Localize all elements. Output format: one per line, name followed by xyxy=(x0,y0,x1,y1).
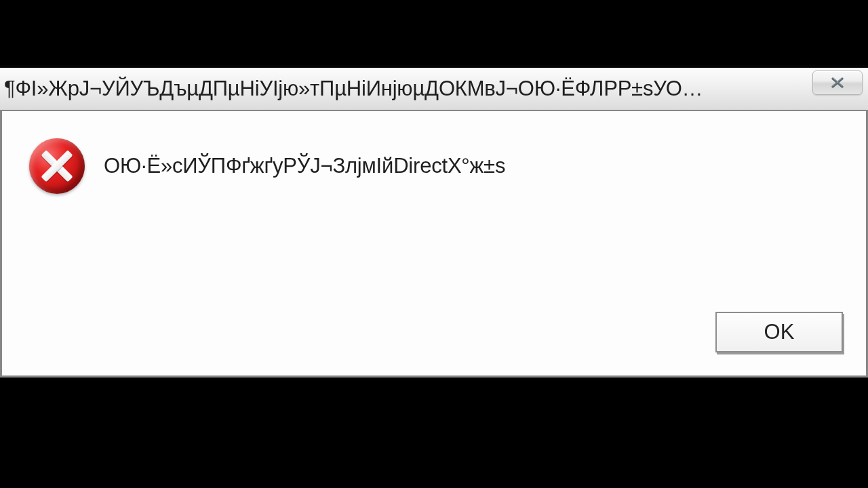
close-button[interactable] xyxy=(812,70,863,95)
dialog-client-area: ОЮ·Ё»сИЎПФґжґуРЎЈ¬ЗлјмІйDirectX°ж±s OK xyxy=(0,110,868,378)
dialog-title-text: ¶ФІ»ЖрЈ¬УЙУЪДъµДПµНіУІјю»тПµНіИнјюµДОКМв… xyxy=(4,77,868,101)
error-message-text: ОЮ·Ё»сИЎПФґжґуРЎЈ¬ЗлјмІйDirectX°ж±s xyxy=(104,154,505,178)
decorative-artifact xyxy=(0,65,868,68)
dialog-button-row: OK xyxy=(715,312,843,352)
error-dialog: ¶ФІ»ЖрЈ¬УЙУЪДъµДПµНіУІјю»тПµНіИнјюµДОКМв… xyxy=(0,68,868,378)
ok-button[interactable]: OK xyxy=(715,312,843,352)
dialog-title-bar: ¶ФІ»ЖрЈ¬УЙУЪДъµДПµНіУІјю»тПµНіИнјюµДОКМв… xyxy=(0,68,868,110)
close-icon xyxy=(830,77,845,89)
error-icon xyxy=(29,138,85,194)
message-row: ОЮ·Ё»сИЎПФґжґуРЎЈ¬ЗлјмІйDirectX°ж±s xyxy=(29,138,505,194)
